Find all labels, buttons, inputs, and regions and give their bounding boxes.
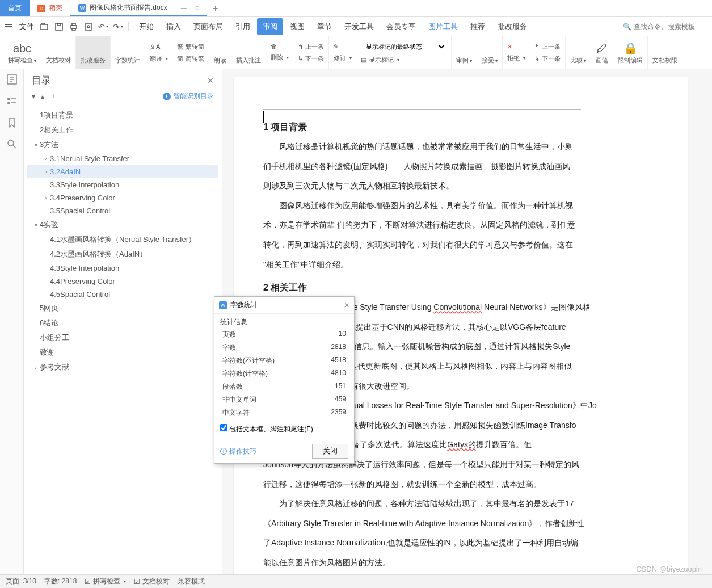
outline-twisty-icon[interactable]: ▾ [32, 222, 40, 228]
ribbon-show-markup[interactable]: ▤ 显示标记▾ [361, 56, 399, 64]
menu-section[interactable]: 章节 [311, 18, 338, 35]
ribbon-docperm[interactable]: 文档权限 [648, 36, 682, 69]
ribbon-insert-comment[interactable]: 插入批注 [231, 36, 266, 69]
dialog-close-button[interactable]: 关闭 [312, 444, 348, 459]
outline-item[interactable]: 3.5Spacial Control [27, 204, 218, 217]
outline-expand-icon[interactable]: ▴ [41, 93, 44, 100]
ribbon-spellcheck[interactable]: abc拼写检查▾ [3, 36, 41, 69]
ribbon-correction-service[interactable]: 批改服务 [76, 36, 111, 69]
outline-item[interactable]: ›参考文献 [27, 360, 218, 375]
outline-item[interactable]: ›3.1Nerual Style Transfer [27, 152, 218, 165]
dialog-tip[interactable]: i 操作技巧 [220, 447, 256, 456]
ribbon-read[interactable]: 朗读 [209, 36, 231, 69]
ribbon-translate[interactable]: 文A [150, 43, 160, 51]
menu-reference[interactable]: 引用 [230, 18, 256, 35]
ribbon-review-pane[interactable]: 审阅▾ [452, 36, 477, 69]
ribbon-trad2simp[interactable]: 繁 繁转简 [177, 43, 204, 51]
outline-twisty-icon[interactable]: › [42, 195, 50, 201]
ribbon-prev-comment[interactable]: ↰ 上一条 [298, 43, 324, 51]
outline-collapse-icon[interactable]: ▾ [32, 93, 35, 100]
outline-item[interactable]: ▾4实验 [27, 217, 218, 232]
find-icon[interactable] [6, 138, 18, 150]
outline-twisty-icon[interactable]: › [42, 156, 50, 162]
status-page[interactable]: 页面: 3/10 [6, 577, 36, 586]
outline-item[interactable]: 小组分工 [27, 330, 218, 345]
ribbon-accept[interactable]: 接受▾ [477, 36, 503, 69]
outline-item[interactable]: 5网页 [27, 301, 218, 316]
file-menu[interactable]: 文件 [19, 22, 34, 32]
menu-insert[interactable]: 插入 [161, 18, 187, 35]
bookmark-icon[interactable] [6, 117, 18, 128]
search-area[interactable]: 🔍 [623, 23, 707, 31]
ribbon-wordcount[interactable]: 字数统计 [111, 36, 145, 69]
menu-recommend[interactable]: 推荐 [465, 18, 491, 35]
outline-smart-toc[interactable]: ✦ 智能识别目录 [163, 91, 214, 101]
ribbon-simp2trad[interactable]: 简 简转繁 [177, 54, 204, 63]
ribbon-restrict[interactable]: 🔒限制编辑 [613, 36, 648, 69]
outline-twisty-icon[interactable]: › [32, 364, 40, 371]
menu-start[interactable]: 开始 [133, 18, 159, 35]
ribbon-track-dd[interactable]: 修订▾ [334, 54, 352, 62]
ribbon-track[interactable]: ✎ [334, 43, 339, 51]
tab-daoke[interactable]: D 稻壳 [30, 0, 70, 16]
outline-item[interactable]: 4.1水墨画风格转换（Nerual Style Transfer） [27, 232, 218, 247]
undo-icon[interactable]: ↶▾ [99, 22, 108, 31]
tab-document[interactable]: W 图像风格化书面报告.docx — □ [70, 0, 207, 16]
redo-icon[interactable]: ↷▾ [113, 22, 123, 31]
outline-item[interactable]: 6结论 [27, 316, 218, 330]
ribbon-next-comment[interactable]: ↳ 下一条 [298, 54, 324, 63]
ribbon-delete-dd[interactable]: 删除▾ [271, 53, 289, 62]
status-words[interactable]: 字数: 2818 [44, 577, 77, 586]
markup-select[interactable]: 显示标记的最终状态 [361, 41, 446, 52]
menu-dev[interactable]: 开发工具 [339, 18, 380, 35]
tab-home[interactable]: 首页 [0, 0, 30, 16]
outline-item[interactable]: ›3.2AdaIN [27, 165, 218, 178]
outline-add-icon[interactable]: ＋ [50, 91, 57, 101]
tab-minimize-icon[interactable]: — [181, 5, 187, 11]
save-icon[interactable] [54, 22, 64, 31]
outline-item[interactable]: 4.2水墨画风格转换（AdaIN） [27, 247, 218, 262]
menu-picture-tools[interactable]: 图片工具 [423, 18, 464, 35]
print-preview-icon[interactable] [84, 22, 93, 31]
ribbon-reject-dd[interactable]: 拒绝▾ [507, 54, 525, 62]
ribbon-doccheck[interactable]: 文档校对 [41, 36, 76, 69]
ribbon-delete-comment[interactable]: 🗑 [271, 43, 277, 50]
tab-restore-icon[interactable]: □ [196, 5, 199, 11]
outline-item[interactable]: 1项目背景 [27, 108, 218, 123]
outline-twisty-icon[interactable]: ▾ [32, 142, 40, 148]
ribbon-next-change[interactable]: ↳ 下一条 [534, 54, 561, 63]
outline-close-icon[interactable]: ✕ [207, 76, 214, 85]
outline-item[interactable]: 2相关工作 [27, 123, 218, 137]
ribbon-translate-dd[interactable]: 翻译▾ [150, 54, 168, 63]
dialog-close-icon[interactable]: ✕ [344, 301, 349, 309]
outline-item[interactable]: 3.3Style Interpolation [27, 178, 218, 191]
status-spell[interactable]: ☑拼写检查 ▾ [85, 577, 126, 586]
outline-item[interactable]: 致谢 [27, 345, 218, 360]
outline-item[interactable]: 4.4Preserving Color [27, 275, 218, 288]
menu-review[interactable]: 审阅 [257, 18, 283, 35]
menu-layout[interactable]: 页面布局 [188, 18, 229, 35]
search-input[interactable] [634, 23, 707, 31]
new-tab-button[interactable]: + [207, 0, 224, 16]
menu-view[interactable]: 视图 [284, 18, 310, 35]
print-icon[interactable] [69, 22, 78, 31]
menu-correction[interactable]: 批改服务 [492, 18, 533, 35]
open-icon[interactable] [40, 22, 49, 31]
outline-twisty-icon[interactable]: › [42, 169, 50, 175]
ribbon-pen[interactable]: 🖊画笔 [591, 36, 613, 69]
outline-remove-icon[interactable]: － [62, 91, 69, 101]
nav-icon[interactable] [6, 95, 18, 107]
outline-item[interactable]: ›3.4Preserving Color [27, 191, 218, 204]
outline-item[interactable]: 4.5Spacial Control [27, 288, 218, 301]
status-proof[interactable]: ☑文档校对 [134, 577, 170, 586]
menu-member[interactable]: 会员专享 [381, 18, 422, 35]
ribbon-compare[interactable]: 比较▾ [566, 36, 591, 69]
include-textbox-checkbox[interactable] [220, 424, 227, 431]
outline-icon[interactable] [6, 74, 18, 85]
dialog-titlebar[interactable]: W 字数统计 ✕ [214, 297, 354, 314]
ribbon-reject[interactable]: ✕ [507, 43, 512, 51]
dialog-checkbox-row[interactable]: 包括文本框、脚注和尾注(F) [214, 419, 354, 439]
ribbon-prev-change[interactable]: ↰ 上一条 [534, 43, 561, 51]
outline-item[interactable]: 4.3Style Interpolation [27, 262, 218, 275]
outline-item[interactable]: ▾3方法 [27, 137, 218, 152]
